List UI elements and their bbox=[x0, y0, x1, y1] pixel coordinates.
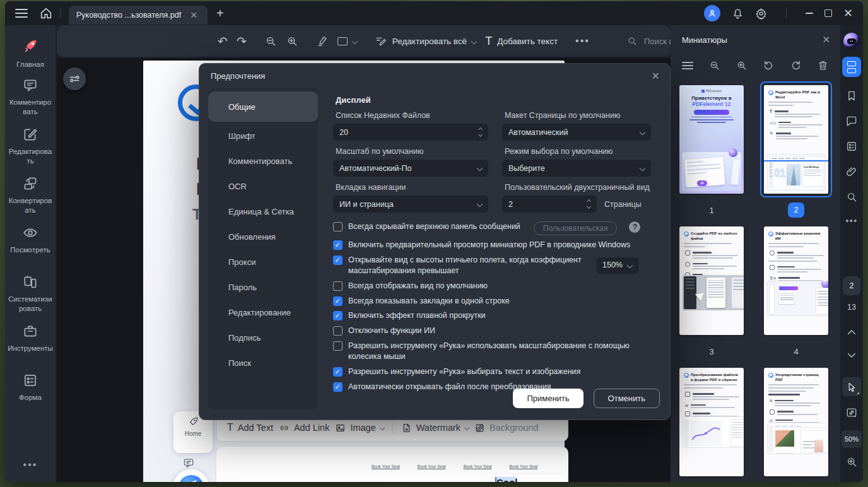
add-text-button[interactable]: T Добавить текст bbox=[485, 35, 558, 48]
new-tab-icon[interactable]: + bbox=[216, 7, 224, 20]
mini-comment-icon[interactable] bbox=[182, 457, 195, 469]
two-page-input[interactable]: 2 bbox=[502, 196, 597, 213]
sidebar-item-comment[interactable]: Комментировать bbox=[7, 72, 54, 121]
checkbox-hand-zoom[interactable] bbox=[333, 341, 343, 351]
properties-toggle-button[interactable] bbox=[63, 67, 86, 90]
comments-panel-icon[interactable] bbox=[845, 115, 858, 127]
book-seat-link[interactable]: Book Your Seat bbox=[509, 464, 537, 469]
shape-tool[interactable] bbox=[337, 37, 357, 45]
checkbox-hand-select[interactable] bbox=[333, 367, 343, 377]
sidebar-item-convert[interactable]: Конвертировать bbox=[7, 170, 54, 220]
thumb-zoom-out-icon[interactable] bbox=[708, 59, 720, 71]
dialog-nav-password[interactable]: Пароль bbox=[208, 274, 318, 300]
checkbox-disable-ai[interactable] bbox=[333, 326, 343, 336]
user-avatar[interactable] bbox=[704, 5, 720, 21]
fit-view-tool-icon[interactable] bbox=[845, 406, 858, 419]
mini-rocket-icon[interactable] bbox=[186, 415, 200, 429]
tab-close-icon[interactable]: ✕ bbox=[190, 10, 197, 20]
checkbox-default-view[interactable] bbox=[333, 281, 343, 291]
next-page-icon[interactable] bbox=[846, 349, 857, 361]
thumbnail-page-4[interactable]: Эффективные решения ИИ 文A bbox=[764, 226, 828, 335]
dialog-nav-search[interactable]: Поиск bbox=[208, 350, 318, 375]
thumbnail-page-2[interactable]: Редактируйте PDF как в Word T ⊂⊃ ✎ 01 bbox=[764, 85, 828, 194]
rotate-left-icon[interactable] bbox=[763, 59, 775, 71]
attachments-icon[interactable] bbox=[845, 165, 858, 178]
edit-all-button[interactable]: Редактировать всё bbox=[375, 35, 476, 47]
toolbar-more-icon[interactable]: ••• bbox=[575, 35, 590, 47]
undo-icon[interactable]: ↶ bbox=[218, 35, 228, 47]
apply-button[interactable]: Применить bbox=[513, 389, 583, 408]
settings-gear-icon[interactable] bbox=[755, 8, 767, 20]
book-seat-link[interactable]: Book Your Seat bbox=[464, 464, 492, 469]
highlighter-icon[interactable] bbox=[316, 35, 329, 47]
doc-add-link-button[interactable]: Add Link bbox=[279, 423, 329, 433]
thumbnail-page-1[interactable]: PDFelement Приветствуем в PDFelement 12 … bbox=[679, 85, 744, 194]
doc-background-button[interactable]: Background bbox=[474, 423, 538, 433]
checkbox-open-after-convert[interactable] bbox=[333, 382, 343, 392]
previous-page-icon[interactable] bbox=[846, 327, 857, 338]
thumbnail-page-5[interactable]: Преобразование файлов в формат PDF и обр… bbox=[679, 368, 744, 476]
ai-assistant-icon[interactable]: •• bbox=[843, 33, 860, 49]
maximize-icon[interactable] bbox=[824, 9, 832, 17]
home-icon[interactable] bbox=[39, 6, 53, 20]
sidebar-item-edit[interactable]: Редактировать bbox=[7, 121, 54, 170]
recent-files-input[interactable]: 20 bbox=[333, 124, 488, 141]
sidebar-more-icon[interactable]: ••• bbox=[23, 459, 38, 471]
page-layout-select[interactable]: Автоматический bbox=[502, 124, 651, 141]
book-seat-link[interactable]: Book Your Seat bbox=[418, 464, 446, 469]
rail-zoom-in-icon[interactable] bbox=[845, 455, 858, 468]
sidebar-item-organize[interactable]: Систематизировать bbox=[7, 269, 54, 318]
sidebar-item-tools[interactable]: Инструменты bbox=[7, 318, 54, 367]
window-close-icon[interactable]: ✕ bbox=[843, 8, 853, 19]
sidebar-item-home[interactable]: Главная bbox=[7, 32, 54, 72]
doc-add-text-button[interactable]: T Add Text bbox=[227, 422, 273, 433]
default-zoom-select[interactable]: Автоматический-По bbox=[333, 160, 488, 177]
dialog-close-icon[interactable]: ✕ bbox=[652, 70, 660, 82]
nav-tab-select[interactable]: ИИ и страница bbox=[333, 196, 488, 213]
thumb-zoom-in-icon[interactable] bbox=[736, 59, 748, 71]
doc-image-button[interactable]: Image bbox=[335, 423, 384, 433]
thumbnails-close-icon[interactable]: ✕ bbox=[822, 34, 830, 45]
zoom-in-icon[interactable] bbox=[286, 35, 298, 47]
thumb-menu-icon[interactable] bbox=[682, 62, 693, 69]
zoom-threshold-select[interactable]: 150% bbox=[596, 257, 638, 274]
page-number[interactable]: 4 bbox=[794, 347, 798, 356]
form-fields-icon[interactable] bbox=[845, 140, 858, 153]
rotate-right-icon[interactable] bbox=[790, 59, 802, 71]
selection-mode-select[interactable]: Выберите bbox=[502, 160, 651, 177]
delete-page-icon[interactable] bbox=[817, 59, 829, 71]
minimize-icon[interactable] bbox=[806, 13, 813, 14]
page-number[interactable]: 1 bbox=[709, 206, 713, 215]
rail-zoom-out-icon[interactable] bbox=[845, 481, 858, 482]
custom-button[interactable]: Пользовательская bbox=[534, 221, 618, 235]
checkbox-birdseye[interactable] bbox=[333, 255, 343, 265]
checkbox-smooth-scroll[interactable] bbox=[333, 311, 343, 320]
dialog-nav-units[interactable]: Единица & Сетка bbox=[208, 199, 318, 224]
pdfelement-logo[interactable] bbox=[173, 469, 209, 482]
page-number[interactable]: 3 bbox=[709, 347, 713, 356]
page-heading-card[interactable]: Cool Buildings bbox=[491, 474, 566, 482]
dialog-nav-general[interactable]: Общие bbox=[208, 91, 318, 122]
dialog-nav-ocr[interactable]: OCR bbox=[208, 173, 318, 199]
search-panel-icon[interactable] bbox=[845, 191, 858, 203]
sidebar-item-form[interactable]: Форма bbox=[7, 367, 54, 416]
pointer-tool-button[interactable] bbox=[842, 377, 861, 396]
help-icon[interactable]: ? bbox=[629, 221, 640, 233]
cancel-button[interactable]: Отменить bbox=[594, 389, 660, 408]
rail-more-icon[interactable]: ••• bbox=[845, 216, 857, 226]
checkbox-hide-banner[interactable] bbox=[333, 222, 343, 232]
dialog-nav-signature[interactable]: Подпись bbox=[208, 325, 318, 350]
current-page-input[interactable]: 2 bbox=[843, 276, 860, 295]
document-tab[interactable]: Руководство ...ьзователя.pdf ✕ bbox=[69, 6, 208, 25]
doc-watermark-button[interactable]: Watermark bbox=[401, 423, 469, 433]
book-seat-link[interactable]: Book Your Seat bbox=[372, 464, 400, 469]
bookmarks-icon[interactable] bbox=[845, 90, 858, 102]
dialog-nav-editing[interactable]: Редактирование bbox=[208, 300, 318, 325]
checkbox-thumb-preview[interactable] bbox=[333, 240, 343, 250]
zoom-level-badge[interactable]: 50% bbox=[842, 430, 862, 448]
dialog-nav-comment[interactable]: Комментировать bbox=[208, 148, 318, 173]
notifications-bell-icon[interactable] bbox=[732, 8, 744, 20]
thumbnails-tab-active[interactable] bbox=[842, 57, 861, 77]
stepper-icon[interactable] bbox=[479, 128, 482, 136]
dialog-nav-updates[interactable]: Обновления bbox=[208, 224, 318, 249]
